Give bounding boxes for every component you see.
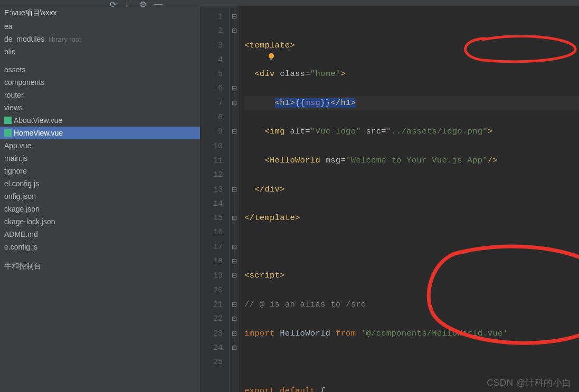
fold-icon[interactable]: ⊟	[230, 183, 239, 197]
vue-file-icon	[4, 117, 12, 124]
project-sidebar[interactable]: E:\vue项目\xxxx ea de_modules library root…	[0, 6, 201, 392]
tree-item[interactable]: main.js	[0, 152, 200, 165]
editor-area: 1 2 3 4 5 6 7 8 9 10 11 12 13 14 15 16 1…	[201, 6, 579, 392]
tree-item-views[interactable]: views	[0, 101, 200, 114]
toolbar-icons: ⟳ ↓ ⚙ —	[110, 0, 162, 7]
fold-end-icon[interactable]: ⊟	[230, 81, 239, 95]
fold-end-icon[interactable]: ⊟	[230, 341, 239, 355]
code-editor[interactable]: <template> <div class="home"> <h1>{{msg}…	[239, 6, 579, 392]
tree-item[interactable]: el.config.js	[0, 177, 200, 190]
tree-item[interactable]: ckage.json	[0, 203, 200, 215]
tree-item-aboutview[interactable]: AboutView.vue	[0, 114, 200, 127]
tree-item-console[interactable]: 牛和控制台	[0, 260, 200, 273]
project-root[interactable]: E:\vue项目\xxxx	[0, 6, 200, 20]
fold-icon[interactable]: ⊟	[230, 254, 239, 269]
down-icon[interactable]: ↓	[125, 0, 132, 7]
fold-end-icon[interactable]: ⊟	[230, 327, 239, 341]
fold-end-icon[interactable]: ⊟	[230, 312, 239, 326]
tree-item[interactable]: ckage-lock.json	[0, 215, 200, 228]
tree-item[interactable]: ADME.md	[0, 228, 200, 241]
fold-icon[interactable]: ⊟	[230, 211, 239, 225]
hide-icon[interactable]: —	[154, 0, 162, 7]
tree-item[interactable]: tignore	[0, 165, 200, 177]
tree-item[interactable]: e.config.js	[0, 241, 200, 253]
fold-icon[interactable]: ⊟	[230, 125, 239, 139]
settings-icon[interactable]: ⚙	[139, 0, 147, 7]
fold-end-icon[interactable]: ⊟	[230, 96, 239, 110]
fold-end-icon[interactable]: ⊟	[230, 240, 239, 254]
tree-item[interactable]: ea	[0, 20, 200, 33]
project-root-label: E:\vue项目\xxxx	[4, 8, 57, 18]
watermark: CSDN @计科的小白	[487, 377, 572, 389]
tree-item[interactable]: App.vue	[0, 139, 200, 152]
fold-icon[interactable]: ⊟	[230, 9, 239, 24]
tree-item-assets[interactable]: assets	[0, 63, 200, 76]
tree-item-node-modules[interactable]: de_modules library root	[0, 33, 200, 45]
tree-item-router[interactable]: router	[0, 89, 200, 101]
divider	[0, 58, 200, 63]
fold-icon[interactable]: ⊟	[230, 24, 239, 38]
fold-gutter: ⊟ ⊟ ⊟ ⊟ ⊟ ⊟ ⊟ ⊟ ⊟ ⊟ ⊟ ⊟ ⊟ ⊟	[230, 6, 239, 392]
top-toolbar: ⟳ ↓ ⚙ —	[0, 0, 579, 6]
tree-item-components[interactable]: components	[0, 76, 200, 89]
tree-item[interactable]: blic	[0, 45, 200, 58]
tree-item-homeview[interactable]: HomeView.vue	[0, 127, 200, 139]
refresh-icon[interactable]: ⟳	[110, 0, 117, 7]
fold-end-icon[interactable]: ⊟	[230, 298, 239, 312]
lightbulb-icon[interactable]	[226, 37, 235, 46]
divider	[0, 253, 200, 260]
svg-point-0	[269, 53, 274, 59]
line-number-gutter: 1 2 3 4 5 6 7 8 9 10 11 12 13 14 15 16 1…	[201, 6, 230, 392]
vue-file-icon	[4, 129, 12, 137]
main-area: E:\vue项目\xxxx ea de_modules library root…	[0, 6, 579, 392]
svg-rect-1	[270, 58, 272, 60]
fold-icon[interactable]: ⊟	[230, 269, 239, 283]
tree-item[interactable]: onfig.json	[0, 190, 200, 203]
